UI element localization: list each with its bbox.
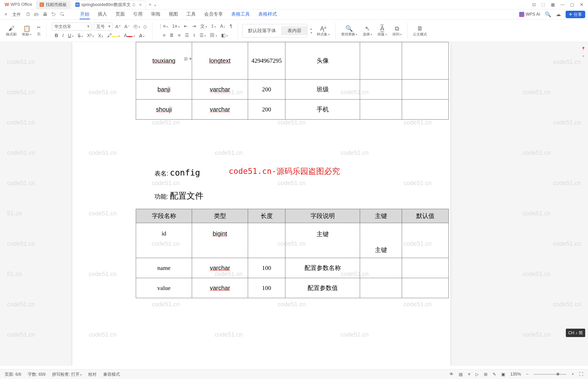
table-row[interactable]: banji varchar 200 班级 [136,79,449,99]
view-fit-icon[interactable]: ▣ [501,372,505,377]
align-right-button[interactable]: ≡ [177,32,181,38]
win-btn-1[interactable]: ⊡ [532,2,536,7]
view-outline-icon[interactable]: ≡ [468,372,470,377]
zoom-out-button[interactable]: − [526,372,529,377]
ime-indicator[interactable]: CH ♪ 简 [566,329,585,337]
style-segment[interactable]: 默认段落字体 表内容 [242,24,307,37]
font-size-select[interactable]: 五号 [94,23,113,31]
win-btn-3[interactable]: ▦ [551,2,555,7]
tab-home[interactable]: 开始 [80,10,90,19]
zoom-level[interactable]: 135% [510,372,521,377]
copy-button[interactable]: ⎘ [37,31,41,37]
proofread-status[interactable]: 校对 [88,372,97,377]
cloud-icon[interactable]: ☁ [556,11,561,17]
style-set-button[interactable]: Ąᵃ样式集 [316,24,331,37]
tab-reference[interactable]: 引用 [133,10,143,19]
view-web-icon[interactable]: ⊞ [484,372,487,377]
tab-tools[interactable]: 工具 [186,10,196,19]
style-default[interactable]: 默认段落字体 [242,26,282,35]
sort-button[interactable]: A↓ [219,23,226,29]
tab-insert[interactable]: 插入 [97,10,108,19]
minimize-button[interactable]: — [560,2,565,7]
close-button[interactable]: ✕ [580,2,583,7]
table-2[interactable]: 字段名称 类型 长度 字段说明 主键 默认值 id bigint 主键 主键 n… [136,209,449,298]
find-replace-button[interactable]: 🔍查找替换 [340,24,359,37]
table-row[interactable]: name varchar 100 配置参数名称 [136,258,449,278]
underline-button[interactable]: U [67,32,74,39]
tab-close-icon[interactable]: ✕ [139,2,142,7]
view-eye-icon[interactable]: 👁 [449,372,454,377]
bold-button[interactable]: B [54,32,59,39]
change-case-button[interactable]: ㊥ [133,23,140,30]
tab-document-active[interactable]: W springboot4e80m数据库文 ⎙ ✕ [71,0,146,9]
collapse-icon[interactable]: « [582,54,585,58]
distribute-button[interactable]: ⫴ [193,32,196,38]
view-focus-icon[interactable]: ✎ [493,372,496,377]
superscript-button[interactable]: X² [86,32,94,39]
table-1[interactable]: touxiang longtext 4294967295 头像 banji va… [136,42,449,120]
decrease-font-button[interactable]: A⁻ [124,23,130,30]
maximize-button[interactable]: ▢ [570,2,574,7]
table-row[interactable]: touxiang longtext 4294967295 头像 [136,42,449,79]
shading-button[interactable]: A̷ [139,32,145,39]
spellcheck-status[interactable]: 拼写检查: 打开 [52,372,82,377]
location-icon[interactable]: 📍 [581,47,586,51]
clear-format-button[interactable]: ◇ [143,23,147,30]
decrease-indent-button[interactable]: ⇤ [184,23,188,29]
tab-templates[interactable]: D 找稻壳模板 [36,0,70,9]
style-table-content[interactable]: 表内容 [282,26,307,35]
page-indicator[interactable]: 页面: 6/6 [5,372,21,377]
table-row[interactable]: value varchar 100 配置参数值 [136,278,449,298]
highlight-button[interactable]: 🖍 [107,32,120,39]
align-center-button[interactable]: ≣ [169,32,174,38]
new-tab-dropdown[interactable] [154,2,156,8]
cut-button[interactable]: ✂ [36,24,41,31]
view-print-icon[interactable]: ▤ [459,372,463,377]
view-read-icon[interactable]: ▷ [475,372,479,377]
table-header-row[interactable]: 字段名称 类型 长度 字段说明 主键 默认值 [136,209,449,223]
tab-view[interactable]: 视图 [168,10,179,19]
share-button[interactable]: ✈ 分享 [566,11,585,18]
align-justify-button[interactable]: ☰ [184,32,189,38]
border-button[interactable]: 田 [210,32,217,39]
italic-button[interactable]: I [62,32,64,39]
hamburger-icon[interactable]: ≡ [3,11,9,18]
text-direction-button[interactable]: 文 [200,23,207,30]
qat-open[interactable]: 🗁 [34,12,39,17]
layout-button[interactable]: A̲̅排版 [376,24,388,37]
tab-member[interactable]: 会员专享 [204,10,223,19]
select-button[interactable]: ↖选择 [361,24,373,37]
show-marks-button[interactable]: ¶ [229,23,233,29]
file-menu[interactable]: 文件 [11,11,23,18]
table-row[interactable]: shouji varchar 200 手机 [136,99,449,120]
wps-ai-button[interactable]: WPS AI [519,12,540,17]
document-area[interactable]: code51.cn code51.cn code51.cn code51.cn … [0,42,588,366]
style-expand-button[interactable]: ▸▾ [310,27,313,35]
bullet-list-button[interactable]: ⋮≡ [158,23,168,29]
new-tab-button[interactable]: + [149,2,152,8]
zoom-slider[interactable] [534,374,566,375]
arrange-button[interactable]: ⧉排列 [391,24,403,37]
increase-indent-button[interactable]: ⇥ [192,23,197,29]
para-spacing-button[interactable]: ☰ [199,32,206,38]
search-icon[interactable]: 🔍 [545,11,551,17]
line-spacing-button[interactable]: ‡ [211,23,216,29]
qat-new[interactable]: 🗋 [26,12,31,17]
paste-button[interactable]: 📋粘贴 [21,24,33,37]
align-left-button[interactable]: ≡ [162,32,166,38]
tab-table-tools[interactable]: 表格工具 [231,10,250,19]
font-name-select[interactable]: 华文仿宋 [52,23,91,31]
zoom-in-button[interactable]: + [571,372,574,377]
fill-button[interactable]: ◧ [221,32,228,38]
format-painter-button[interactable]: 🖌格式刷 [5,24,18,37]
win-btn-2[interactable]: ⬚ [541,2,545,7]
tab-table-style[interactable]: 表格样式 [258,10,277,19]
qat-redo[interactable]: ⮎ [60,12,64,17]
qat-undo[interactable]: ⮌ [51,12,56,17]
number-list-button[interactable]: 1≡ [171,23,180,29]
tab-page[interactable]: 页面 [115,10,125,19]
increase-font-button[interactable]: A⁺ [115,23,121,30]
tab-review[interactable]: 审阅 [151,10,161,19]
font-color-button[interactable]: A [123,32,135,39]
subscript-button[interactable]: X₂ [98,32,103,39]
